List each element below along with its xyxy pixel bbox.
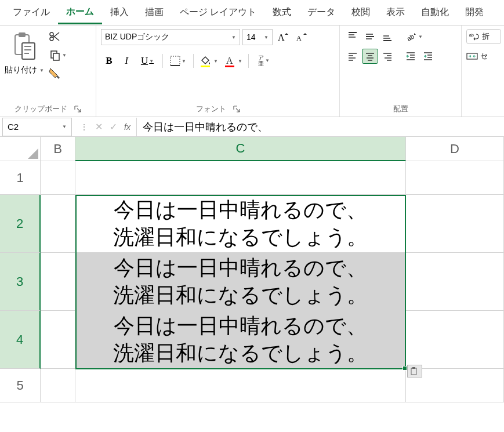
paint-bucket-icon [200,55,212,67]
font-size-combo[interactable]: 14 ▼ [242,29,273,45]
paste-button[interactable]: 貼り付け▼ [5,29,44,75]
svg-rect-16 [201,66,210,67]
dialog-launcher-icon[interactable] [233,106,240,112]
cell-D4[interactable] [406,311,504,369]
menu-pagelayout[interactable]: ページ レイアウト [172,2,264,23]
bold-button[interactable]: B [101,53,117,68]
increase-font-button[interactable]: A [275,30,291,45]
cell-D3[interactable] [406,253,504,311]
cell-D1[interactable] [406,161,504,195]
decrease-indent-icon [405,51,416,61]
chevron-down-icon: ▼ [264,35,269,40]
font-group-label: フォント [196,104,226,114]
menu-bar: ファイル ホーム 挿入 描画 ページ レイアウト 数式 データ 校閲 表示 自動… [0,0,504,26]
confirm-icon[interactable]: ✓ [107,121,119,132]
col-header-D[interactable]: D [406,137,504,161]
format-painter-button[interactable] [46,66,63,81]
orientation-button[interactable]: ab▼ [403,29,426,44]
menu-view[interactable]: 表示 [378,2,413,23]
align-left-icon [347,51,358,61]
cut-button[interactable] [46,29,63,44]
chevron-down-icon: ▼ [213,59,218,64]
svg-text:ab: ab [469,33,474,37]
paste-label: 貼り付け [5,65,37,75]
italic-button[interactable]: I [118,53,135,68]
paste-options-button[interactable] [407,365,422,377]
chevron-down-icon: ▼ [182,59,186,64]
fill-color-button[interactable]: ▼ [197,53,220,68]
row-header-3[interactable]: 3 [0,253,41,311]
cell-B4[interactable] [41,311,75,369]
ribbon: 貼り付け▼ ▼ クリップボード [0,26,504,117]
row-header-5[interactable]: 5 [0,369,41,402]
align-right-button[interactable] [379,49,396,64]
cell-B3[interactable] [41,253,75,311]
clipboard-icon [7,29,42,64]
ribbon-group-alignment: ab▼ 配置 [340,26,462,117]
menu-home[interactable]: ホーム [58,1,102,24]
formula-input[interactable] [137,118,504,136]
font-color-button[interactable]: A ▼ [222,53,245,68]
merge-button[interactable]: セ [466,49,501,64]
menu-file[interactable]: ファイル [5,2,58,23]
cell-C5[interactable] [75,369,406,402]
chevron-down-icon: ▼ [231,35,236,40]
menu-developer[interactable]: 開発 [457,2,492,23]
ribbon-group-clipboard: 貼り付け▼ ▼ クリップボード [0,26,96,117]
align-center-icon [365,51,375,61]
cancel-icon[interactable]: ✕ [93,121,105,132]
menu-review[interactable]: 校閲 [343,2,378,23]
borders-button[interactable]: ▼ [166,53,190,68]
cell-C4[interactable]: 今日は一日中晴れるので、 洗濯日和になるでしょう。 [75,311,406,369]
copy-button[interactable]: ▼ [46,48,70,63]
row-header-2[interactable]: 2 [0,195,41,253]
cell-C2[interactable]: 今日は一日中晴れるので、 洗濯日和になるでしょう。 [75,195,406,253]
chevron-down-icon: ▼ [418,34,423,39]
align-top-button[interactable] [345,29,361,44]
cell-D2[interactable] [406,195,504,253]
underline-button[interactable]: U▼ [136,53,159,68]
col-header-C[interactable]: C [75,137,406,161]
align-bottom-button[interactable] [379,29,396,44]
ribbon-group-wrap: ab 折 セ [462,26,502,117]
font-name-combo[interactable]: BIZ UDPゴシック ▼ [101,29,240,45]
merge-icon [466,52,478,61]
row-header-4[interactable]: 4 [0,311,41,369]
dots-icon[interactable]: ⋮ [78,122,90,132]
row-header-1[interactable]: 1 [0,161,41,195]
select-all-corner[interactable] [0,137,41,161]
align-center-button[interactable] [362,49,378,64]
fx-icon[interactable]: fx [122,122,133,132]
menu-formulas[interactable]: 数式 [264,2,299,23]
align-middle-button[interactable] [362,29,378,44]
menu-automate[interactable]: 自動化 [413,2,457,23]
align-group-label: 配置 [393,104,408,114]
menu-insert[interactable]: 挿入 [102,2,137,23]
dialog-launcher-icon[interactable] [74,106,81,112]
align-right-icon [382,51,393,61]
menu-data[interactable]: データ [299,2,343,23]
cell-C3[interactable]: 今日は一日中晴れるので、 洗濯日和になるでしょう。 [75,253,406,311]
cell-C1[interactable] [75,161,406,195]
cell-B2[interactable] [41,195,75,253]
copy-icon [49,49,61,61]
increase-indent-button[interactable] [420,49,436,64]
menu-draw[interactable]: 描画 [137,2,172,23]
decrease-font-button[interactable]: A [293,30,310,45]
svg-rect-50 [467,53,477,59]
increase-font-icon: A [277,31,289,43]
font-size-value: 14 [246,32,256,42]
align-middle-icon [365,31,375,42]
ruby-button[interactable]: ア 亜▼ [252,53,275,68]
wrap-text-button[interactable]: ab 折 [466,29,501,44]
cell-B5[interactable] [41,369,75,402]
align-left-button[interactable] [345,49,361,64]
col-header-B[interactable]: B [41,137,75,161]
name-box[interactable]: C2 ▼ [2,118,72,136]
svg-rect-51 [411,368,416,375]
cell-B1[interactable] [41,161,75,195]
decrease-indent-button[interactable] [403,49,419,64]
cell-reference: C2 [8,122,19,132]
svg-rect-18 [225,66,234,67]
orientation-icon: ab [405,31,417,42]
